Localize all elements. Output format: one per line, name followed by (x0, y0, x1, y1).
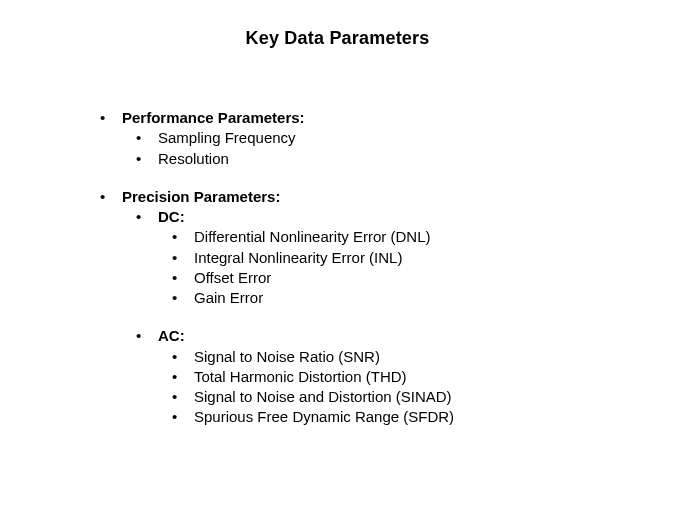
dc-heading: • DC: (136, 207, 454, 227)
list-item: • Spurious Free Dynamic Range (SFDR) (172, 407, 454, 427)
page-title: Key Data Parameters (0, 0, 675, 49)
heading-text: Performance Parameters: (122, 108, 305, 128)
bullet-icon: • (136, 149, 158, 169)
bullet-icon: • (172, 227, 194, 247)
list-item: • Signal to Noise Ratio (SNR) (172, 347, 454, 367)
list-item: • Differential Nonlinearity Error (DNL) (172, 227, 454, 247)
bullet-icon: • (172, 248, 194, 268)
bullet-icon: • (172, 407, 194, 427)
list-item: • Sampling Frequency (136, 128, 454, 148)
list-item: • Resolution (136, 149, 454, 169)
spacer (100, 308, 454, 326)
item-text: Signal to Noise and Distortion (SINAD) (194, 387, 452, 407)
bullet-icon: • (136, 207, 158, 227)
item-text: Offset Error (194, 268, 271, 288)
list-item: • Offset Error (172, 268, 454, 288)
list-item: • Gain Error (172, 288, 454, 308)
item-text: Signal to Noise Ratio (SNR) (194, 347, 380, 367)
heading-text: AC: (158, 326, 185, 346)
bullet-icon: • (172, 367, 194, 387)
item-text: Spurious Free Dynamic Range (SFDR) (194, 407, 454, 427)
content-body: • Performance Parameters: • Sampling Fre… (100, 108, 454, 428)
bullet-icon: • (136, 128, 158, 148)
bullet-icon: • (136, 326, 158, 346)
list-item: • Integral Nonlinearity Error (INL) (172, 248, 454, 268)
precision-heading: • Precision Parameters: (100, 187, 454, 207)
bullet-icon: • (100, 187, 122, 207)
bullet-icon: • (172, 268, 194, 288)
heading-text: Precision Parameters: (122, 187, 280, 207)
item-text: Gain Error (194, 288, 263, 308)
bullet-icon: • (172, 288, 194, 308)
bullet-icon: • (100, 108, 122, 128)
item-text: Differential Nonlinearity Error (DNL) (194, 227, 430, 247)
list-item: • Signal to Noise and Distortion (SINAD) (172, 387, 454, 407)
spacer (100, 169, 454, 187)
item-text: Total Harmonic Distortion (THD) (194, 367, 407, 387)
ac-heading: • AC: (136, 326, 454, 346)
bullet-icon: • (172, 347, 194, 367)
item-text: Resolution (158, 149, 229, 169)
bullet-icon: • (172, 387, 194, 407)
item-text: Sampling Frequency (158, 128, 296, 148)
list-item: • Total Harmonic Distortion (THD) (172, 367, 454, 387)
performance-heading: • Performance Parameters: (100, 108, 454, 128)
heading-text: DC: (158, 207, 185, 227)
item-text: Integral Nonlinearity Error (INL) (194, 248, 402, 268)
